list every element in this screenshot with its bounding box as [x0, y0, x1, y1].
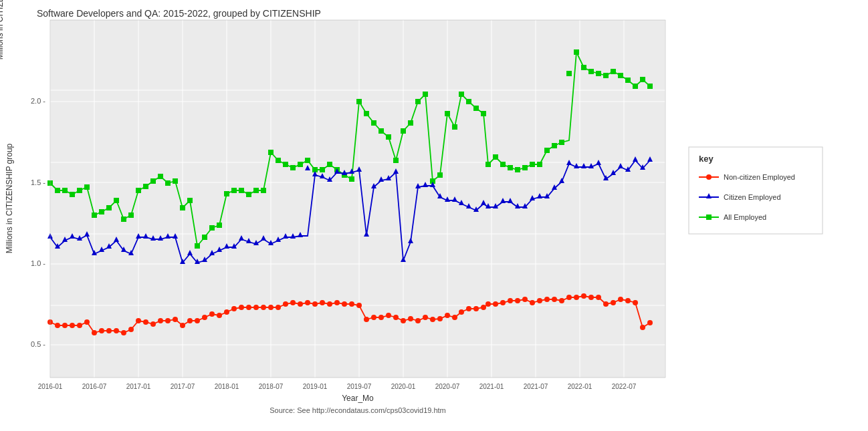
svg-rect-96 [437, 172, 443, 178]
svg-point-267 [473, 306, 479, 311]
svg-point-218 [114, 328, 119, 333]
svg-rect-93 [415, 99, 421, 104]
svg-rect-63 [195, 243, 200, 249]
svg-point-211 [62, 323, 68, 328]
svg-rect-87 [371, 120, 376, 126]
svg-rect-44 [55, 188, 60, 193]
svg-rect-121 [618, 73, 623, 78]
svg-point-284 [596, 295, 601, 300]
svg-point-213 [77, 323, 82, 328]
svg-rect-118 [596, 71, 601, 76]
svg-rect-86 [364, 111, 369, 116]
svg-rect-98 [452, 124, 457, 130]
svg-rect-107 [515, 167, 520, 172]
chart-container: Software Developers and QA: 2015-2022, g… [0, 0, 868, 431]
svg-point-277 [544, 297, 550, 302]
svg-rect-115 [574, 49, 579, 55]
svg-rect-65 [209, 225, 215, 231]
svg-point-286 [611, 300, 616, 305]
svg-text:2016-01: 2016-01 [38, 383, 63, 390]
svg-point-283 [588, 295, 594, 300]
svg-rect-73 [268, 150, 274, 155]
svg-point-237 [253, 305, 259, 310]
svg-rect-66 [217, 223, 222, 228]
svg-point-263 [445, 313, 450, 318]
svg-point-270 [493, 301, 498, 307]
svg-rect-112 [552, 143, 557, 148]
svg-rect-75 [283, 162, 288, 167]
svg-point-215 [92, 330, 97, 335]
svg-text:2021-07: 2021-07 [524, 383, 548, 390]
svg-rect-60 [173, 178, 178, 184]
svg-rect-116 [581, 65, 586, 70]
svg-point-289 [633, 300, 638, 305]
svg-point-261 [430, 317, 435, 322]
svg-point-246 [320, 300, 325, 305]
svg-point-245 [312, 301, 318, 307]
svg-rect-119 [603, 73, 609, 78]
svg-point-219 [121, 330, 126, 335]
svg-rect-56 [143, 184, 148, 189]
svg-point-225 [165, 318, 171, 323]
svg-point-256 [393, 315, 399, 320]
svg-point-241 [283, 301, 288, 307]
svg-rect-71 [253, 188, 259, 193]
svg-point-250 [349, 301, 354, 307]
svg-rect-99 [459, 92, 464, 97]
svg-point-260 [423, 315, 428, 320]
svg-point-224 [158, 318, 163, 323]
svg-rect-53 [121, 217, 126, 222]
svg-point-282 [581, 293, 586, 299]
svg-point-223 [150, 321, 156, 327]
svg-text:2020-07: 2020-07 [435, 383, 460, 390]
svg-point-217 [106, 328, 112, 333]
svg-point-295 [706, 174, 712, 180]
chart-svg: 0.5 - 1.0 - 1.5 - 2.0 - 2016-01 2016-07 … [0, 0, 868, 431]
svg-point-239 [268, 305, 274, 310]
svg-rect-84 [349, 176, 354, 182]
svg-point-242 [290, 300, 296, 305]
svg-point-222 [143, 319, 148, 325]
svg-point-238 [261, 305, 266, 310]
svg-point-281 [574, 295, 579, 300]
svg-rect-47 [77, 188, 82, 193]
svg-rect-108 [522, 165, 528, 170]
svg-point-235 [239, 305, 244, 310]
svg-text:2016-07: 2016-07 [82, 383, 107, 390]
svg-rect-122 [625, 78, 631, 83]
svg-point-269 [485, 301, 491, 307]
legend-label-citizen: Citizen Employed [724, 193, 781, 201]
svg-point-252 [364, 317, 369, 322]
svg-point-272 [508, 298, 513, 303]
svg-text:Millions in CITIZENSHIP group: Millions in CITIZENSHIP group [5, 143, 14, 253]
svg-point-210 [55, 323, 60, 328]
svg-rect-94 [423, 92, 428, 97]
svg-point-278 [552, 297, 557, 302]
svg-rect-78 [305, 158, 310, 163]
svg-rect-50 [99, 209, 104, 214]
svg-point-227 [180, 323, 185, 328]
svg-point-251 [356, 303, 362, 308]
svg-point-275 [530, 300, 535, 305]
svg-point-287 [618, 297, 623, 302]
svg-rect-114 [566, 71, 572, 76]
svg-rect-51 [106, 205, 112, 210]
svg-rect-117 [588, 69, 594, 74]
svg-point-265 [459, 309, 464, 315]
svg-rect-49 [92, 212, 97, 218]
svg-text:2.0 -: 2.0 - [31, 97, 45, 105]
svg-point-221 [136, 318, 141, 323]
svg-point-254 [378, 315, 384, 320]
svg-point-220 [128, 327, 134, 332]
svg-rect-61 [180, 205, 185, 210]
svg-point-279 [559, 298, 564, 303]
svg-rect-104 [493, 154, 498, 160]
svg-point-274 [522, 297, 528, 302]
svg-point-255 [386, 313, 391, 318]
svg-point-290 [640, 325, 645, 330]
svg-text:2019-07: 2019-07 [347, 383, 372, 390]
svg-point-243 [298, 301, 303, 307]
svg-point-229 [195, 318, 200, 323]
svg-text:0.5 -: 0.5 - [31, 340, 45, 348]
svg-rect-55 [136, 188, 141, 193]
